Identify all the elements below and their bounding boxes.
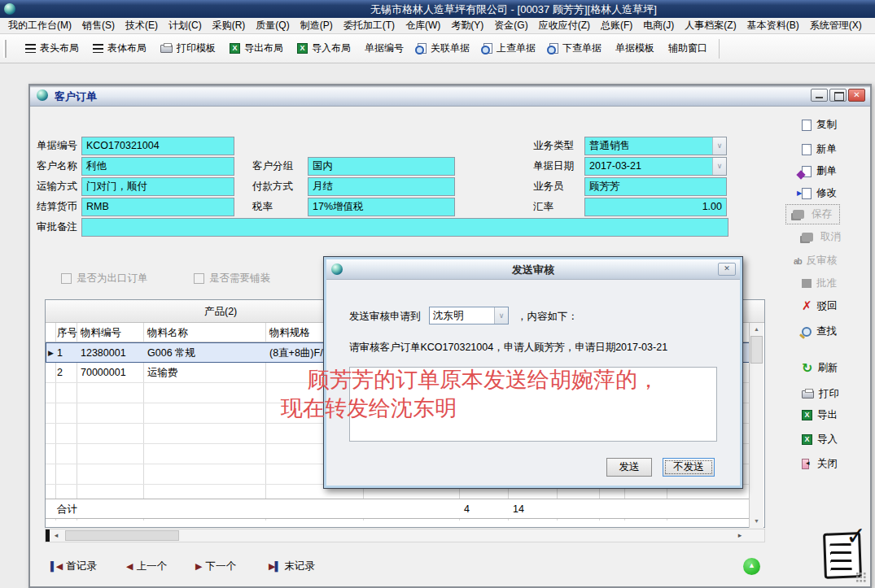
action-export[interactable]: 导出 [802, 408, 838, 422]
menu-item-planning[interactable]: 计划(C) [168, 19, 202, 33]
payment-label: 付款方式 [252, 177, 293, 196]
transport-field[interactable]: 门对门，顺付 [81, 177, 234, 196]
menu-item-base-data[interactable]: 基本资料(B) [747, 19, 799, 33]
scroll-left-icon[interactable] [50, 529, 62, 542]
salesman-field[interactable]: 顾芳芳 [584, 177, 727, 196]
menu-item-system[interactable]: 系统管理(X) [810, 19, 862, 33]
action-new[interactable]: 新单 [802, 142, 838, 156]
currency-field[interactable]: RMB [81, 198, 234, 216]
menu-item-quality[interactable]: 质量(Q) [256, 19, 289, 33]
biz-type-combo[interactable]: 普通销售 [584, 137, 727, 155]
action-copy[interactable]: 复制 [802, 118, 838, 132]
menu-item-warehouse[interactable]: 仓库(W) [405, 19, 440, 33]
cell-code: 12380001 [81, 343, 126, 363]
toolbar-print-template[interactable]: 打印模板 [160, 41, 216, 55]
chevron-down-icon[interactable] [712, 137, 726, 155]
dialog-titlebar[interactable]: 发送审核 [326, 259, 740, 280]
toolbar-doc-template[interactable]: 单据模板 [615, 41, 654, 55]
paving-checkbox[interactable] [194, 273, 204, 284]
toolbar-grip[interactable] [3, 40, 7, 58]
toolbar-related-docs[interactable]: 关联单据 [418, 41, 470, 55]
rate-field[interactable]: 1.00 [584, 198, 727, 216]
action-save[interactable]: 保存 [785, 204, 840, 224]
total-label: 合计 [57, 499, 77, 519]
export-order-checkbox-row: 是否为出口订单 [61, 272, 148, 285]
action-import[interactable]: 导入 [802, 433, 838, 446]
action-delete[interactable]: 删单 [802, 164, 838, 178]
screen: 无锡市格林人造草坪有限公司 - [00037 顾芳芳][格林人造草坪] 我的工作… [0, 0, 875, 588]
menu-item-ap-ar[interactable]: 应收应付(Z) [539, 19, 590, 33]
group-field[interactable]: 国内 [308, 157, 455, 176]
toolbar-doc-number[interactable]: 单据编号 [365, 41, 404, 55]
action-label: 查找 [816, 324, 838, 338]
toolbar-trace-up[interactable]: 上查单据 [483, 41, 536, 55]
menu-item-outsourcing[interactable]: 委托加工(T) [343, 19, 395, 33]
menu-item-workbench[interactable]: 我的工作台(M) [8, 19, 72, 33]
doc-date-combo[interactable]: 2017-03-21 [584, 157, 727, 176]
action-cancel[interactable]: 取消 [802, 230, 842, 244]
menu-item-attendance[interactable]: 考勤(Y) [451, 19, 483, 33]
menu-item-hr-files[interactable]: 人事档案(Z) [685, 19, 736, 33]
app-titlebar: 无锡市格林人造草坪有限公司 - [00037 顾芳芳][格林人造草坪] [0, 0, 875, 18]
nav-last-record[interactable]: 末记录 [269, 560, 315, 573]
window-titlebar[interactable]: 客户订单 [30, 85, 870, 107]
col-seq[interactable]: 序号 [57, 323, 77, 342]
cell-code: 70000001 [81, 363, 126, 382]
dont-send-button[interactable]: 不发送 [663, 458, 715, 477]
toolbar-trace-down[interactable]: 下查单据 [549, 41, 602, 55]
tax-field[interactable]: 17%增值税 [308, 198, 455, 216]
approve-note-field[interactable] [81, 218, 728, 237]
scroll-down-icon[interactable] [750, 515, 763, 528]
excel-icon [297, 43, 308, 54]
dialog-close-icon[interactable] [718, 263, 736, 276]
nav-first-record[interactable]: 首记录 [50, 560, 97, 573]
col-material-spec[interactable]: 物料规格 [269, 323, 310, 342]
menu-item-technology[interactable]: 技术(E) [125, 19, 158, 33]
toolbar-header-layout[interactable]: 表头布局 [25, 41, 79, 55]
chevron-down-icon[interactable] [712, 158, 726, 175]
menu-item-ecommerce[interactable]: 电商(J) [643, 19, 674, 33]
cancel-icon [802, 233, 813, 242]
minimize-icon[interactable] [811, 89, 828, 102]
action-reject[interactable]: 驳回 [802, 299, 838, 313]
menu-item-manufacturing[interactable]: 制造(P) [300, 19, 333, 33]
action-approve[interactable]: 批准 [802, 277, 838, 290]
menu-item-general-ledger[interactable]: 总账(F) [601, 19, 632, 33]
toolbar-body-layout[interactable]: 表体布局 [93, 41, 147, 55]
nav-next-record[interactable]: 下一个 [195, 560, 236, 573]
recipient-combo[interactable]: 沈东明 [429, 307, 509, 324]
menu-item-purchasing[interactable]: 采购(R) [212, 19, 246, 33]
toolbar-import-layout[interactable]: 导入布局 [297, 41, 351, 55]
action-print[interactable]: 打印 [802, 387, 840, 401]
horizontal-scrollbar[interactable] [45, 529, 765, 542]
col-material-code[interactable]: 物料编号 [81, 323, 121, 342]
chevron-down-icon[interactable] [494, 307, 508, 324]
toolbar-export-layout[interactable]: 导出布局 [230, 41, 283, 55]
close-icon[interactable] [848, 89, 865, 102]
col-material-name[interactable]: 物料名称 [147, 323, 188, 342]
horizontal-scroll-thumb[interactable] [65, 530, 179, 541]
vertical-scroll-thumb[interactable] [750, 336, 763, 364]
action-unaudit[interactable]: 反审核 [794, 254, 837, 268]
toolbar-aux-window[interactable]: 辅助窗口 [668, 41, 707, 55]
resize-grip[interactable] [855, 572, 866, 582]
action-find[interactable]: 查找 [802, 324, 838, 338]
payment-field[interactable]: 月结 [308, 177, 455, 196]
search-doc-icon [418, 43, 427, 54]
send-button[interactable]: 发送 [606, 458, 652, 477]
scroll-up-icon[interactable] [750, 323, 763, 336]
maximize-icon[interactable] [829, 89, 847, 102]
doc-no-field[interactable]: KCO170321004 [81, 137, 234, 155]
menu-item-sales[interactable]: 销售(S) [82, 19, 115, 33]
action-refresh[interactable]: 刷新 [802, 361, 838, 375]
nav-label: 首记录 [66, 560, 97, 573]
app-icon [4, 3, 15, 15]
vertical-scrollbar[interactable] [749, 323, 763, 528]
scroll-right-icon[interactable] [734, 529, 746, 542]
nav-previous-record[interactable]: 上一个 [126, 560, 167, 573]
menu-item-funds[interactable]: 资金(G) [494, 19, 527, 33]
action-close[interactable]: 关闭 [802, 457, 838, 471]
export-order-checkbox[interactable] [61, 273, 72, 284]
action-modify[interactable]: 修改 [802, 186, 838, 200]
customer-field[interactable]: 利他 [81, 157, 234, 176]
